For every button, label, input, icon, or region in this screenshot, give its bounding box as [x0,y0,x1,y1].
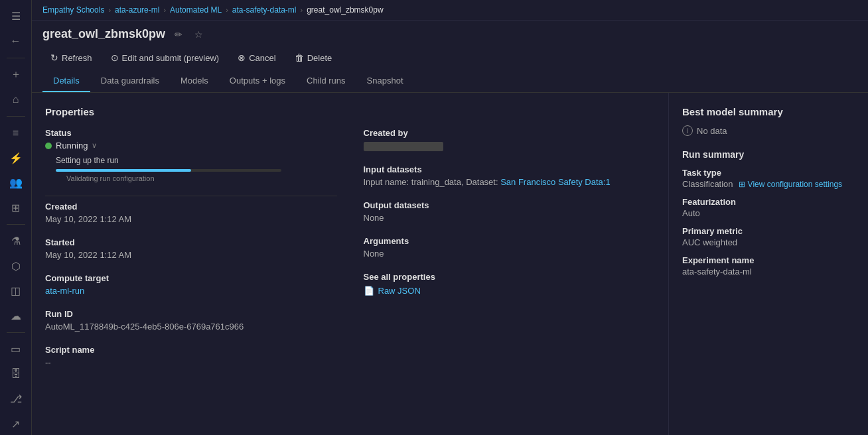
see-all-group: See all properties 📄 Raw JSON [364,272,656,297]
breadcrumb-current: great_owl_zbmsk0pw [307,5,383,15]
input-datasets-label: Input datasets [364,164,656,174]
script-name-value: -- [45,357,337,367]
sidebar-hamburger[interactable]: ☰ [4,5,28,28]
cancel-label: Cancel [249,53,275,63]
divider-1 [45,196,337,196]
status-label: Status [45,128,337,138]
right-panel: Best model summary i No data Run summary… [669,93,868,435]
main-content: Empathy Schools › ata-azure-ml › Automat… [32,0,868,435]
featurization-label: Featurization [682,197,855,207]
page-title: great_owl_zbmsk0pw [42,27,165,41]
sidebar-database[interactable]: 🗄 [4,363,28,385]
input-datasets-group: Input datasets Input name: training_data… [364,164,656,187]
best-model-summary-title: Best model summary [682,106,855,117]
tab-outputs-logs[interactable]: Outputs + logs [219,70,296,92]
status-dot [45,143,52,149]
script-name-group: Script name -- [45,345,337,367]
experiment-name-label: Experiment name [682,255,855,265]
tab-models[interactable]: Models [170,70,219,92]
see-all-label: See all properties [364,272,656,282]
status-row: Running ∨ [45,141,337,151]
run-id-label: Run ID [45,309,337,319]
edit-title-button[interactable]: ✏ [172,28,185,41]
delete-label: Delete [307,53,332,63]
sidebar-divider-1 [7,58,25,58]
run-summary-title: Run summary [682,149,855,160]
breadcrumb-sep-0: › [108,6,111,14]
breadcrumb-item-1[interactable]: ata-azure-ml [115,5,159,15]
tab-details[interactable]: Details [42,70,90,92]
arguments-value: None [364,249,656,259]
created-group: Created May 10, 2022 1:12 AM [45,202,337,224]
trash-icon: 🗑 [295,52,304,63]
arguments-label: Arguments [364,236,656,246]
created-value: May 10, 2022 1:12 AM [45,214,337,224]
status-group: Status Running ∨ Setting up the run [45,128,337,182]
sidebar-flask[interactable]: ⚗ [4,230,28,253]
sidebar-back[interactable]: ← [4,31,28,53]
sidebar-cursor[interactable]: ↗ [4,412,28,435]
input-datasets-value: Input name: training_data, Dataset: San … [364,177,656,187]
compute-target-value[interactable]: ata-ml-run [45,286,337,296]
sidebar-list[interactable]: ≡ [4,122,28,145]
raw-json-button[interactable]: 📄 Raw JSON [364,284,421,297]
delete-button[interactable]: 🗑 Delete [287,49,340,66]
task-type-label: Task type [682,168,855,178]
featurization-value: Auto [682,208,855,218]
sidebar-cloud[interactable]: ☁ [4,304,28,327]
breadcrumb-item-3[interactable]: ata-safety-data-ml [232,5,297,15]
chevron-down-icon[interactable]: ∨ [92,141,97,150]
primary-metric-value: AUC weighted [682,237,855,247]
edit-submit-button[interactable]: ⊙ Edit and submit (preview) [103,49,228,66]
favorite-button[interactable]: ☆ [192,28,206,41]
featurization-group: Featurization Auto [682,197,855,218]
sidebar-branch[interactable]: ⎇ [4,388,28,410]
started-group: Started May 10, 2022 1:12 AM [45,237,337,260]
view-config-link[interactable]: ⊞ View configuration settings [739,180,843,189]
sidebar-layers[interactable]: ◫ [4,280,28,302]
breadcrumb-sep-3: › [301,6,303,14]
sidebar-nodes[interactable]: ⬡ [4,255,28,277]
view-config-label: View configuration settings [748,180,843,189]
tab-snapshot[interactable]: Snapshot [356,70,414,92]
compute-target-label: Compute target [45,273,337,283]
input-datasets-prefix: Input name: training_data, Dataset: [364,177,501,187]
compute-target-group: Compute target ata-ml-run [45,273,337,296]
tab-child-runs[interactable]: Child runs [296,70,356,92]
experiment-name-group: Experiment name ata-safety-data-ml [682,255,855,277]
sidebar-users[interactable]: 👥 [4,172,28,194]
output-datasets-label: Output datasets [364,200,656,210]
primary-metric-label: Primary metric [682,226,855,236]
edit-submit-label: Edit and submit (preview) [122,53,220,63]
step2-label: Validating run configuration [66,174,337,182]
properties-grid: Status Running ∨ Setting up the run [45,128,655,381]
file-icon: 📄 [364,286,374,296]
breadcrumb-item-0[interactable]: Empathy Schools [42,5,104,15]
properties-right-col: Created by Input datasets Input name: tr… [364,128,656,381]
left-panel: Properties Status Running ∨ [32,93,669,435]
sidebar-table[interactable]: ⊞ [4,196,28,219]
config-icon: ⊞ [739,180,745,189]
edit-submit-icon: ⊙ [111,52,119,63]
sidebar-graph[interactable]: ⚡ [4,147,28,169]
cancel-button[interactable]: ⊗ Cancel [230,49,283,66]
arguments-group: Arguments None [364,236,656,259]
created-by-redacted [364,142,443,151]
tab-data-guardrails[interactable]: Data guardrails [90,70,170,92]
no-data-row: i No data [682,125,855,136]
progress-section: Setting up the run Validating run config… [56,156,337,182]
created-by-group: Created by [364,128,656,151]
raw-json-label: Raw JSON [378,286,421,296]
refresh-button[interactable]: ↻ Refresh [42,49,100,66]
experiment-name-value: ata-safety-data-ml [682,267,855,277]
sidebar-divider-3 [7,224,25,225]
sidebar-home[interactable]: ⌂ [4,88,28,111]
input-datasets-link[interactable]: San Francisco Safety Data:1 [500,177,610,187]
breadcrumb-item-2[interactable]: Automated ML [170,5,222,15]
step1-label: Setting up the run [56,156,119,165]
script-name-label: Script name [45,345,337,355]
sidebar-add[interactable]: ＋ [4,64,28,86]
sidebar-monitor[interactable]: ▭ [4,338,28,361]
task-type-value: Classification [682,179,733,189]
info-icon: i [682,125,693,136]
